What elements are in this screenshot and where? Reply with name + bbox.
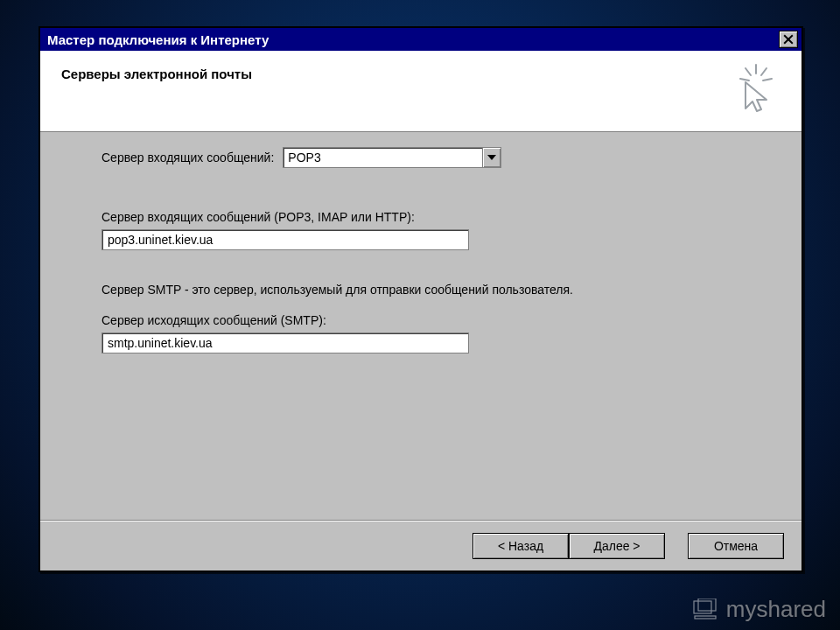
wizard-dialog: Мастер подключения к Интернету Серверы э…: [38, 26, 803, 572]
svg-line-6: [763, 79, 772, 80]
svg-marker-7: [487, 155, 496, 160]
title-bar: Мастер подключения к Интернету: [40, 28, 802, 51]
incoming-server-input[interactable]: [102, 229, 469, 250]
watermark-text: myshared: [726, 596, 826, 623]
watermark: myshared: [693, 596, 826, 623]
svg-rect-10: [695, 616, 716, 619]
slides-icon: [693, 598, 719, 621]
dropdown-button[interactable]: [482, 148, 500, 167]
smtp-hint-text: Сервер SMTP - это сервер, используемый д…: [102, 282, 740, 298]
close-button[interactable]: [779, 31, 798, 48]
cancel-button[interactable]: Отмена: [688, 533, 784, 559]
outgoing-server-input[interactable]: [102, 332, 469, 354]
svg-line-5: [740, 79, 749, 80]
back-button[interactable]: < Назад: [472, 533, 569, 559]
dialog-body: Сервер входящих сообщений: POP3 Сервер в…: [40, 133, 802, 520]
incoming-type-value: POP3: [284, 148, 482, 167]
close-icon: [783, 34, 794, 45]
svg-rect-9: [698, 598, 716, 611]
header-subtitle: Серверы электронной почты: [61, 66, 252, 81]
incoming-type-label: Сервер входящих сообщений:: [102, 150, 274, 164]
next-button[interactable]: Далее >: [569, 533, 665, 559]
button-row: < Назад Далее > Отмена: [40, 521, 802, 570]
incoming-type-select[interactable]: POP3: [283, 147, 501, 168]
desktop-background: Мастер подключения к Интернету Серверы э…: [0, 0, 840, 630]
title-bar-text: Мастер подключения к Интернету: [44, 32, 779, 47]
svg-line-4: [761, 68, 766, 75]
svg-line-3: [746, 68, 751, 75]
chevron-down-icon: [487, 155, 496, 160]
svg-rect-8: [694, 601, 711, 613]
incoming-server-label: Сервер входящих сообщений (POP3, IMAP ил…: [102, 210, 740, 224]
outgoing-server-label: Сервер исходящих сообщений (SMTP):: [102, 313, 740, 327]
cursor-sparkle-icon: [728, 63, 779, 117]
header-panel: Серверы электронной почты: [40, 51, 802, 132]
